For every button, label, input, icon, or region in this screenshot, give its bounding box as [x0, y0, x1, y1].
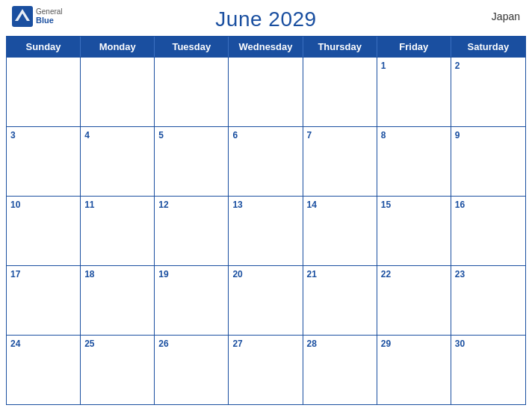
day-number: 25	[84, 339, 150, 349]
day-header-monday: Monday	[81, 37, 155, 57]
day-header-thursday: Thursday	[303, 37, 377, 57]
day-cell-16: 16	[451, 197, 525, 265]
day-cell-9: 9	[451, 127, 525, 196]
day-cell-19: 19	[155, 266, 229, 335]
day-cell-21: 21	[303, 266, 377, 335]
day-number: 26	[158, 339, 224, 349]
day-cell-26: 26	[155, 336, 229, 404]
day-cell-12: 12	[155, 197, 229, 265]
day-cell-14: 14	[303, 197, 377, 265]
day-number: 23	[455, 269, 522, 279]
logo-icon	[12, 6, 33, 27]
day-cell-17: 17	[7, 266, 81, 335]
day-header-friday: Friday	[377, 37, 451, 57]
day-cell-27: 27	[229, 336, 303, 404]
day-number: 8	[381, 130, 447, 140]
day-header-sunday: Sunday	[7, 37, 81, 57]
week-row-1: 12	[7, 57, 525, 126]
week-row-3: 10111213141516	[7, 196, 525, 265]
calendar-body: 1234567891011121314151617181920212223242…	[7, 57, 525, 404]
day-cell-25: 25	[81, 336, 155, 404]
day-number: 9	[455, 130, 522, 140]
logo-text: General Blue	[36, 7, 63, 25]
day-number: 22	[381, 269, 447, 279]
day-number: 3	[10, 130, 76, 140]
empty-cell	[155, 58, 229, 126]
day-cell-3: 3	[7, 127, 81, 196]
day-number: 28	[307, 339, 373, 349]
day-number: 11	[84, 200, 150, 210]
day-cell-20: 20	[229, 266, 303, 335]
day-number: 19	[158, 269, 224, 279]
week-row-2: 3456789	[7, 126, 525, 196]
day-number: 20	[232, 269, 298, 279]
day-cell-18: 18	[81, 266, 155, 335]
calendar-title: June 2029	[215, 7, 316, 31]
calendar: SundayMondayTuesdayWednesdayThursdayFrid…	[6, 36, 526, 405]
day-cell-30: 30	[451, 336, 525, 404]
logo: General Blue	[12, 6, 63, 27]
day-number: 6	[232, 130, 298, 140]
empty-cell	[229, 58, 303, 126]
empty-cell	[81, 58, 155, 126]
day-cell-11: 11	[81, 197, 155, 265]
day-number: 4	[84, 130, 150, 140]
day-header-tuesday: Tuesday	[155, 37, 229, 57]
logo-general-text: General	[36, 7, 63, 16]
day-cell-6: 6	[229, 127, 303, 196]
day-number: 10	[10, 200, 76, 210]
day-number: 15	[381, 200, 447, 210]
day-number: 27	[232, 339, 298, 349]
day-number: 1	[381, 61, 447, 71]
day-header-saturday: Saturday	[451, 37, 525, 57]
day-number: 13	[232, 200, 298, 210]
empty-cell	[7, 58, 81, 126]
week-row-4: 17181920212223	[7, 265, 525, 335]
day-cell-29: 29	[377, 336, 451, 404]
day-header-wednesday: Wednesday	[229, 37, 303, 57]
day-cell-28: 28	[303, 336, 377, 404]
day-cell-13: 13	[229, 197, 303, 265]
day-cell-2: 2	[451, 58, 525, 126]
day-headers-row: SundayMondayTuesdayWednesdayThursdayFrid…	[7, 37, 525, 57]
day-number: 21	[307, 269, 373, 279]
day-cell-7: 7	[303, 127, 377, 196]
day-number: 30	[455, 339, 522, 349]
day-cell-4: 4	[81, 127, 155, 196]
day-cell-5: 5	[155, 127, 229, 196]
empty-cell	[303, 58, 377, 126]
day-number: 7	[307, 130, 373, 140]
day-number: 5	[158, 130, 224, 140]
day-cell-15: 15	[377, 197, 451, 265]
day-number: 16	[455, 200, 522, 210]
day-cell-1: 1	[377, 58, 451, 126]
logo-blue-text: Blue	[36, 16, 63, 25]
day-cell-24: 24	[7, 336, 81, 404]
day-number: 18	[84, 269, 150, 279]
day-cell-10: 10	[7, 197, 81, 265]
day-number: 2	[455, 61, 522, 71]
day-number: 24	[10, 339, 76, 349]
day-cell-22: 22	[377, 266, 451, 335]
day-cell-8: 8	[377, 127, 451, 196]
day-number: 17	[10, 269, 76, 279]
country-label: Japan	[492, 10, 520, 22]
day-number: 29	[381, 339, 447, 349]
day-number: 12	[158, 200, 224, 210]
day-number: 14	[307, 200, 373, 210]
week-row-5: 24252627282930	[7, 335, 525, 404]
calendar-header: General Blue June 2029 Japan	[0, 0, 532, 36]
day-cell-23: 23	[451, 266, 525, 335]
